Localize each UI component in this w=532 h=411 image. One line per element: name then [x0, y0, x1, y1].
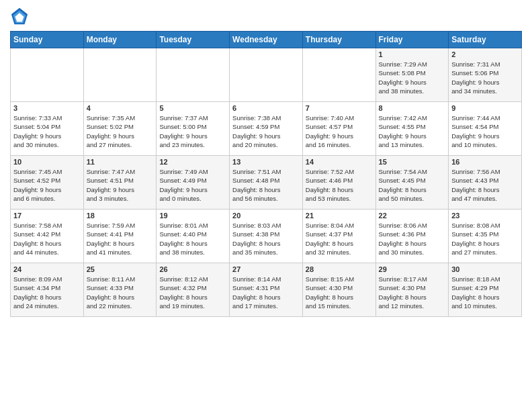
day-number: 16 [451, 158, 519, 166]
day-info: Sunrise: 8:17 AM Sunset: 4:30 PM Dayligh… [379, 275, 446, 310]
calendar-cell [230, 48, 303, 102]
day-number: 30 [451, 265, 519, 273]
calendar-cell: 7Sunrise: 7:40 AM Sunset: 4:57 PM Daylig… [302, 102, 375, 156]
day-info: Sunrise: 7:47 AM Sunset: 4:51 PM Dayligh… [87, 167, 154, 203]
day-info: Sunrise: 7:56 AM Sunset: 4:43 PM Dayligh… [451, 167, 519, 203]
day-number: 2 [451, 50, 519, 58]
calendar-table: SundayMondayTuesdayWednesdayThursdayFrid… [10, 31, 522, 317]
calendar-cell [302, 48, 375, 102]
day-number: 15 [379, 158, 446, 166]
day-info: Sunrise: 8:04 AM Sunset: 4:37 PM Dayligh… [306, 221, 373, 257]
calendar-cell: 23Sunrise: 8:08 AM Sunset: 4:35 PM Dayli… [449, 210, 522, 263]
calendar-cell [157, 48, 230, 102]
day-number: 5 [159, 104, 226, 112]
calendar-cell: 17Sunrise: 7:58 AM Sunset: 4:42 PM Dayli… [11, 210, 84, 263]
day-number: 25 [87, 265, 154, 273]
calendar-cell: 28Sunrise: 8:15 AM Sunset: 4:30 PM Dayli… [302, 263, 375, 317]
calendar-cell: 30Sunrise: 8:18 AM Sunset: 4:29 PM Dayli… [449, 263, 522, 317]
calendar-week-row: 3Sunrise: 7:33 AM Sunset: 5:04 PM Daylig… [11, 102, 522, 156]
calendar-cell: 27Sunrise: 8:14 AM Sunset: 4:31 PM Dayli… [230, 263, 303, 317]
day-info: Sunrise: 8:01 AM Sunset: 4:40 PM Dayligh… [159, 221, 226, 257]
calendar-cell: 13Sunrise: 7:51 AM Sunset: 4:48 PM Dayli… [230, 156, 303, 210]
calendar-cell: 24Sunrise: 8:09 AM Sunset: 4:34 PM Dayli… [11, 263, 84, 317]
day-number: 22 [379, 212, 446, 220]
calendar-cell: 18Sunrise: 7:59 AM Sunset: 4:41 PM Dayli… [83, 210, 157, 263]
header [10, 7, 522, 26]
day-info: Sunrise: 8:11 AM Sunset: 4:33 PM Dayligh… [87, 275, 154, 310]
day-info: Sunrise: 7:59 AM Sunset: 4:41 PM Dayligh… [87, 221, 154, 257]
day-info: Sunrise: 7:42 AM Sunset: 4:55 PM Dayligh… [379, 113, 446, 149]
calendar-week-row: 24Sunrise: 8:09 AM Sunset: 4:34 PM Dayli… [11, 263, 522, 317]
calendar-cell: 2Sunrise: 7:31 AM Sunset: 5:06 PM Daylig… [449, 48, 522, 102]
header-row: SundayMondayTuesdayWednesdayThursdayFrid… [11, 32, 522, 48]
calendar-cell: 11Sunrise: 7:47 AM Sunset: 4:51 PM Dayli… [83, 156, 157, 210]
day-info: Sunrise: 7:31 AM Sunset: 5:06 PM Dayligh… [451, 60, 519, 95]
calendar-cell: 26Sunrise: 8:12 AM Sunset: 4:32 PM Dayli… [157, 263, 230, 317]
logo [10, 7, 30, 26]
weekday-header: Friday [375, 32, 449, 48]
day-info: Sunrise: 7:44 AM Sunset: 4:54 PM Dayligh… [451, 113, 519, 149]
day-number: 24 [13, 265, 81, 273]
day-info: Sunrise: 7:58 AM Sunset: 4:42 PM Dayligh… [13, 221, 81, 257]
day-info: Sunrise: 7:35 AM Sunset: 5:02 PM Dayligh… [87, 113, 154, 149]
day-info: Sunrise: 8:18 AM Sunset: 4:29 PM Dayligh… [451, 275, 519, 310]
weekday-header: Thursday [302, 32, 375, 48]
calendar-week-row: 1Sunrise: 7:29 AM Sunset: 5:08 PM Daylig… [11, 48, 522, 102]
calendar-week-row: 10Sunrise: 7:45 AM Sunset: 4:52 PM Dayli… [11, 156, 522, 210]
calendar-cell: 4Sunrise: 7:35 AM Sunset: 5:02 PM Daylig… [83, 102, 157, 156]
day-info: Sunrise: 7:54 AM Sunset: 4:45 PM Dayligh… [379, 167, 446, 203]
calendar-cell: 19Sunrise: 8:01 AM Sunset: 4:40 PM Dayli… [157, 210, 230, 263]
calendar-cell [83, 48, 157, 102]
day-number: 29 [379, 265, 446, 273]
logo-icon [10, 7, 29, 26]
day-info: Sunrise: 7:51 AM Sunset: 4:48 PM Dayligh… [232, 167, 300, 203]
weekday-header: Wednesday [230, 32, 303, 48]
day-number: 14 [306, 158, 373, 166]
day-info: Sunrise: 8:15 AM Sunset: 4:30 PM Dayligh… [306, 275, 373, 310]
calendar-cell: 15Sunrise: 7:54 AM Sunset: 4:45 PM Dayli… [375, 156, 449, 210]
weekday-header: Sunday [11, 32, 84, 48]
calendar-cell: 22Sunrise: 8:06 AM Sunset: 4:36 PM Dayli… [375, 210, 449, 263]
day-number: 27 [232, 265, 300, 273]
calendar-cell: 6Sunrise: 7:38 AM Sunset: 4:59 PM Daylig… [230, 102, 303, 156]
calendar-cell: 29Sunrise: 8:17 AM Sunset: 4:30 PM Dayli… [375, 263, 449, 317]
main-container: SundayMondayTuesdayWednesdayThursdayFrid… [0, 0, 532, 324]
day-info: Sunrise: 7:45 AM Sunset: 4:52 PM Dayligh… [13, 167, 81, 203]
weekday-header: Tuesday [157, 32, 230, 48]
calendar-cell: 16Sunrise: 7:56 AM Sunset: 4:43 PM Dayli… [449, 156, 522, 210]
day-info: Sunrise: 8:06 AM Sunset: 4:36 PM Dayligh… [379, 221, 446, 257]
calendar-cell: 9Sunrise: 7:44 AM Sunset: 4:54 PM Daylig… [449, 102, 522, 156]
calendar-cell: 25Sunrise: 8:11 AM Sunset: 4:33 PM Dayli… [83, 263, 157, 317]
day-number: 19 [159, 212, 226, 220]
day-number: 7 [306, 104, 373, 112]
weekday-header: Monday [83, 32, 157, 48]
calendar-cell: 20Sunrise: 8:03 AM Sunset: 4:38 PM Dayli… [230, 210, 303, 263]
calendar-cell: 12Sunrise: 7:49 AM Sunset: 4:49 PM Dayli… [157, 156, 230, 210]
calendar-cell: 1Sunrise: 7:29 AM Sunset: 5:08 PM Daylig… [375, 48, 449, 102]
day-info: Sunrise: 8:09 AM Sunset: 4:34 PM Dayligh… [13, 275, 81, 310]
day-info: Sunrise: 8:14 AM Sunset: 4:31 PM Dayligh… [232, 275, 300, 310]
day-info: Sunrise: 7:49 AM Sunset: 4:49 PM Dayligh… [159, 167, 226, 203]
day-number: 23 [451, 212, 519, 220]
day-number: 6 [232, 104, 300, 112]
calendar-cell: 10Sunrise: 7:45 AM Sunset: 4:52 PM Dayli… [11, 156, 84, 210]
day-number: 11 [87, 158, 154, 166]
calendar-cell: 3Sunrise: 7:33 AM Sunset: 5:04 PM Daylig… [11, 102, 84, 156]
day-number: 12 [159, 158, 226, 166]
calendar-cell: 5Sunrise: 7:37 AM Sunset: 5:00 PM Daylig… [157, 102, 230, 156]
day-info: Sunrise: 7:38 AM Sunset: 4:59 PM Dayligh… [232, 113, 300, 149]
calendar-cell: 8Sunrise: 7:42 AM Sunset: 4:55 PM Daylig… [375, 102, 449, 156]
day-info: Sunrise: 7:33 AM Sunset: 5:04 PM Dayligh… [13, 113, 81, 149]
day-number: 17 [13, 212, 81, 220]
day-info: Sunrise: 7:40 AM Sunset: 4:57 PM Dayligh… [306, 113, 373, 149]
day-info: Sunrise: 7:52 AM Sunset: 4:46 PM Dayligh… [306, 167, 373, 203]
calendar-week-row: 17Sunrise: 7:58 AM Sunset: 4:42 PM Dayli… [11, 210, 522, 263]
day-number: 18 [87, 212, 154, 220]
day-number: 9 [451, 104, 519, 112]
day-number: 28 [306, 265, 373, 273]
day-number: 8 [379, 104, 446, 112]
calendar-cell [11, 48, 84, 102]
day-info: Sunrise: 8:08 AM Sunset: 4:35 PM Dayligh… [451, 221, 519, 257]
day-info: Sunrise: 7:29 AM Sunset: 5:08 PM Dayligh… [379, 60, 446, 95]
day-number: 21 [306, 212, 373, 220]
